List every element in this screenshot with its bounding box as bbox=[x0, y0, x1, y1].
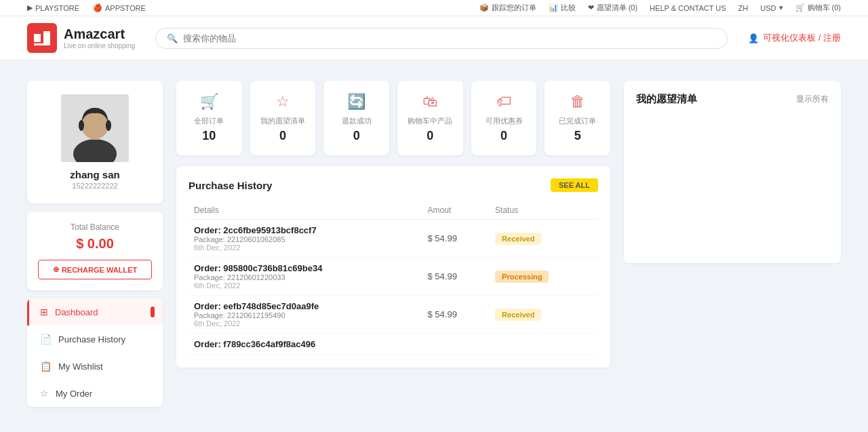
order-status-cell: Processing bbox=[490, 258, 598, 296]
all-orders-icon: 🛒 bbox=[183, 93, 235, 111]
status-badge: Received bbox=[495, 233, 541, 245]
appstore-icon: 🍎 bbox=[93, 3, 102, 12]
sidebar-item-dashboard[interactable]: ⊞ Dashboard bbox=[27, 298, 163, 326]
cart-link[interactable]: 🛒 购物车 (0) bbox=[795, 3, 842, 13]
brand-sub: Live on online shopping bbox=[64, 42, 135, 50]
search-icon: 🔍 bbox=[167, 33, 178, 43]
order-details-cell: Order: f789cc36c4af9f8ac496 bbox=[189, 334, 422, 355]
purchase-header: Purchase History SEE ALL bbox=[189, 178, 598, 192]
sidebar-item-my-wishlist[interactable]: 📋 My Wishlist bbox=[27, 353, 163, 380]
search-bar[interactable]: 🔍 bbox=[155, 28, 728, 49]
sidebar-item-my-order[interactable]: ☆ My Order bbox=[27, 380, 163, 407]
stat-wishlist: ☆ 我的愿望清单 0 bbox=[250, 81, 316, 155]
package-id: Package: 22120612195490 bbox=[194, 311, 417, 319]
playstore-label: PLAYSTORE bbox=[35, 4, 79, 12]
order-amount: $ 54.99 bbox=[428, 271, 457, 281]
table-row: Order: 2cc6fbe95913bcf8ccf7 Package: 221… bbox=[189, 220, 598, 258]
track-label: 跟踪您的订单 bbox=[492, 3, 536, 13]
stat-returns: 🔄 退款成功 0 bbox=[323, 81, 389, 155]
currency-selector[interactable]: USD ▾ bbox=[760, 3, 783, 12]
avatar bbox=[61, 94, 129, 162]
order-amount-cell: $ 54.99 bbox=[422, 258, 490, 296]
stat-coupon-label: 可用优惠券 bbox=[478, 116, 530, 126]
status-badge: Processing bbox=[495, 271, 549, 283]
stat-cart-label: 购物车中产品 bbox=[404, 116, 456, 126]
chevron-down-icon: ▾ bbox=[779, 3, 783, 12]
order-details-cell: Order: 985800c736b81c69be34 Package: 221… bbox=[189, 258, 422, 296]
lang-selector[interactable]: ZH bbox=[738, 4, 749, 12]
order-amount-cell: $ 54.99 bbox=[422, 220, 490, 258]
wallet-amount: $ 0.00 bbox=[38, 236, 152, 252]
track-orders-link[interactable]: 📦 跟踪您的订单 bbox=[479, 3, 536, 13]
stat-coupon-value: 0 bbox=[478, 129, 530, 143]
nav-menu: ⊞ Dashboard 📄 Purchase History 📋 My Wish… bbox=[27, 298, 163, 407]
purchase-history-title: Purchase History bbox=[189, 180, 272, 191]
stat-coupon-icon: 🏷 bbox=[478, 93, 530, 111]
recharge-wallet-button[interactable]: ⊕ RECHARGE WALLET bbox=[38, 260, 152, 279]
status-badge: Received bbox=[495, 309, 541, 321]
brand-name: Amazcart bbox=[64, 26, 135, 42]
compare-icon: 📊 bbox=[549, 3, 558, 12]
order-id: Order: f789cc36c4af9f8ac496 bbox=[194, 339, 417, 349]
help-link[interactable]: HELP & CONTACT US bbox=[650, 4, 726, 12]
heart-icon: ❤ bbox=[588, 3, 594, 12]
stat-cart-items: 🛍 购物车中产品 0 bbox=[397, 81, 463, 155]
purchase-history-card: Purchase History SEE ALL Details Amout S… bbox=[176, 166, 610, 368]
stat-cart-icon: 🛍 bbox=[404, 93, 456, 111]
sidebar-item-purchase-label: Purchase History bbox=[58, 334, 125, 345]
wishlist-link[interactable]: ❤ 愿望清单 (0) bbox=[588, 3, 638, 13]
order-id: Order: 985800c736b81c69be34 bbox=[194, 263, 417, 273]
dashboard-icon: ⊞ bbox=[40, 307, 48, 317]
stat-returns-value: 0 bbox=[330, 129, 382, 143]
compare-link[interactable]: 📊 比较 bbox=[549, 3, 576, 13]
purchase-table: Details Amout Status Order: 2cc6fbe95913… bbox=[189, 201, 598, 355]
appstore-link[interactable]: 🍎 APPSTORE bbox=[93, 3, 146, 12]
sidebar: zhang san 15222222222 Total Balance $ 0.… bbox=[27, 81, 163, 407]
sidebar-item-dashboard-label: Dashboard bbox=[55, 307, 98, 317]
wishlist-nav-icon: 📋 bbox=[40, 361, 52, 372]
stats-row: 🛒 全部订单 10 ☆ 我的愿望清单 0 🔄 退款成功 0 🛍 购物车中产品 0… bbox=[176, 81, 610, 155]
playstore-link[interactable]: ▶ PLAYSTORE bbox=[27, 3, 79, 12]
svg-rect-0 bbox=[34, 34, 41, 42]
logo-area[interactable]: Amazcart Live on online shopping bbox=[27, 23, 135, 53]
sidebar-item-wishlist-label: My Wishlist bbox=[58, 361, 103, 372]
wallet-card: Total Balance $ 0.00 ⊕ RECHARGE WALLET bbox=[27, 212, 163, 290]
svg-point-8 bbox=[106, 120, 111, 131]
sidebar-item-purchase-history[interactable]: 📄 Purchase History bbox=[27, 326, 163, 353]
stat-completed-label: 已完成订单 bbox=[551, 116, 604, 126]
svg-rect-1 bbox=[43, 31, 50, 45]
user-action-link[interactable]: 👤 可视化仪表板 / 注册 bbox=[748, 32, 841, 44]
plus-icon: ⊕ bbox=[53, 265, 59, 274]
compare-label: 比较 bbox=[561, 3, 576, 13]
all-orders-value: 10 bbox=[183, 129, 235, 143]
order-amount: $ 54.99 bbox=[428, 233, 457, 243]
user-icon: 👤 bbox=[748, 33, 759, 43]
stat-returns-label: 退款成功 bbox=[330, 116, 382, 126]
profile-name: zhang san bbox=[70, 169, 119, 180]
lang-label: ZH bbox=[738, 4, 749, 12]
package-id: Package: 22120601062085 bbox=[194, 235, 417, 243]
help-label: HELP & CONTACT US bbox=[650, 4, 726, 12]
see-all-button[interactable]: SEE ALL bbox=[551, 178, 598, 192]
search-input[interactable] bbox=[183, 33, 716, 43]
col-status: Status bbox=[490, 201, 598, 220]
stat-all-orders: 🛒 全部订单 10 bbox=[176, 81, 242, 155]
dashboard-active-badge bbox=[151, 307, 155, 317]
track-icon: 📦 bbox=[479, 3, 489, 12]
order-date: 6th Dec, 2022 bbox=[194, 319, 417, 328]
order-id: Order: 2cc6fbe95913bcf8ccf7 bbox=[194, 225, 417, 235]
profile-phone: 15222222222 bbox=[72, 182, 117, 190]
svg-point-7 bbox=[79, 120, 84, 131]
order-amount: $ 54.99 bbox=[428, 309, 457, 319]
order-date: 6th Dec, 2022 bbox=[194, 243, 417, 252]
header: Amazcart Live on online shopping 🔍 👤 可视化… bbox=[0, 16, 868, 60]
wishlist-label: 愿望清单 (0) bbox=[597, 3, 638, 13]
table-row: Order: eefb748d85ec7d0aa9fe Package: 221… bbox=[189, 296, 598, 334]
order-status-cell: Received bbox=[490, 296, 598, 334]
stat-returns-icon: 🔄 bbox=[330, 93, 382, 111]
wishlist-empty-content bbox=[636, 115, 829, 251]
show-all-button[interactable]: 显示所有 bbox=[796, 94, 829, 105]
cart-label: 购物车 (0) bbox=[808, 3, 842, 13]
order-amount-cell bbox=[422, 334, 490, 355]
stat-cart-value: 0 bbox=[404, 129, 456, 143]
